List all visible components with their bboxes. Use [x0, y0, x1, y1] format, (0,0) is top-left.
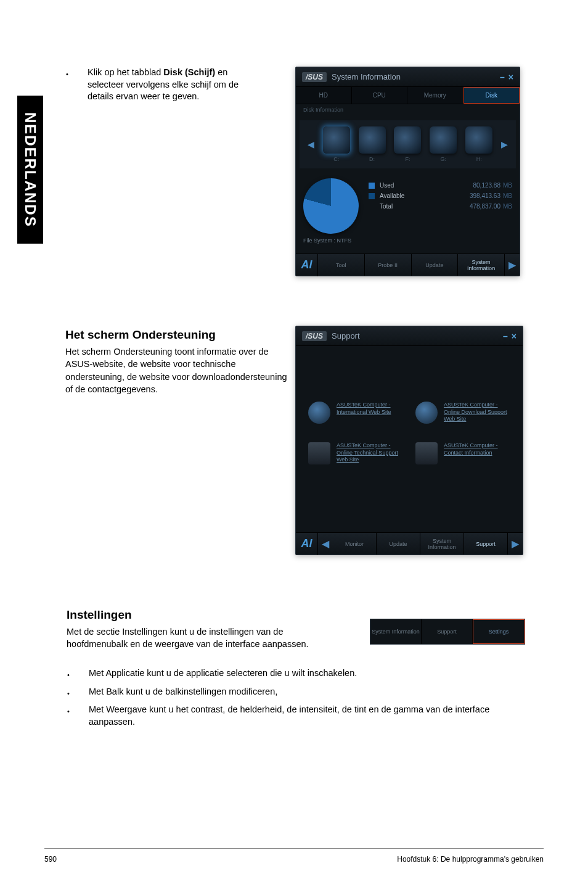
link-text: ASUSTeK Computer - Online Technical Supp… — [337, 442, 403, 464]
support-window: /SUS Support – × ASUSTeK Computer - Inte… — [295, 326, 523, 555]
tab-disk[interactable]: Disk — [463, 87, 520, 104]
disk-icon — [430, 126, 457, 154]
disk-icon — [323, 126, 350, 154]
footer-tab-support[interactable]: Support — [464, 533, 508, 555]
settings-tab-strip: System Information Support Settings — [370, 619, 525, 645]
unit: MB — [503, 192, 512, 199]
bullet-text: Klik op het tabblad Disk (Schijf) en sel… — [88, 67, 266, 103]
document-icon — [415, 442, 438, 464]
text-pre: Klik op het tabblad — [88, 67, 163, 77]
support-link-item[interactable]: ASUSTeK Computer - Contact Information — [415, 442, 510, 464]
bullet-dot: • — [67, 686, 70, 698]
total-value: 478,837.00 — [470, 203, 500, 210]
available-label: Available — [380, 192, 404, 199]
text-bold: Disk (Schijf) — [163, 67, 215, 77]
bullet-text: Met Balk kunt u de balkinstellingen modi… — [89, 686, 520, 698]
link-text: ASUSTeK Computer - International Web Sit… — [337, 402, 403, 416]
footer-tab-settings[interactable]: Settings — [473, 619, 525, 644]
drive-item[interactable]: G: — [430, 126, 457, 162]
tab-hd[interactable]: HD — [296, 87, 352, 104]
drive-item[interactable]: D: — [359, 126, 386, 162]
bullet-item: • Met Applicatie kunt u de applicatie se… — [67, 667, 523, 680]
available-value: 398,413.63 — [470, 192, 500, 199]
drive-label: D: — [359, 156, 386, 162]
disk-stats: Used 80,123.88MB Available 398,413.63MB … — [369, 178, 512, 244]
used-label: Used — [380, 182, 394, 189]
window-title: System Information — [332, 72, 401, 81]
support-links-grid: ASUSTeK Computer - International Web Sit… — [296, 377, 523, 489]
footer-tab-monitor[interactable]: Monitor — [333, 533, 377, 555]
chevron-right-icon[interactable]: ▶ — [508, 538, 523, 550]
footer-divider — [44, 848, 544, 849]
pie-container: File System : NTFS — [303, 178, 359, 244]
minimize-button[interactable]: – — [503, 331, 508, 341]
support-link-item[interactable]: ASUSTeK Computer - Online Download Suppo… — [415, 402, 510, 424]
drive-label: H: — [465, 156, 492, 162]
section-ondersteuning: Het scherm Ondersteuning Het scherm Onde… — [65, 328, 287, 395]
drive-item[interactable]: H: — [465, 126, 492, 162]
heading-ondersteuning: Het scherm Ondersteuning — [65, 328, 287, 342]
footer-tab-support[interactable]: Support — [422, 619, 473, 644]
info-tabs: HD CPU Memory Disk — [296, 87, 520, 104]
globe-icon — [308, 402, 330, 424]
chapter-info: Hoofdstuk 6: De hulpprogramma's gebruike… — [397, 855, 544, 864]
chevron-right-icon[interactable]: ▶ — [501, 139, 508, 149]
close-button[interactable]: × — [512, 331, 517, 341]
chevron-right-icon[interactable]: ▶ — [505, 259, 520, 271]
para-ondersteuning: Het scherm Ondersteuning toont informati… — [65, 345, 287, 395]
tab-cpu[interactable]: CPU — [352, 87, 408, 104]
support-body: ASUSTeK Computer - International Web Sit… — [296, 346, 523, 489]
bullet-dot: • — [65, 67, 69, 103]
unit: MB — [503, 203, 512, 210]
window-title: Support — [332, 331, 360, 340]
unit: MB — [503, 182, 512, 189]
window-footer: AI ◀ Monitor Update System Information S… — [296, 532, 523, 555]
used-value: 80,123.88 — [473, 182, 501, 189]
bullet-dot: • — [67, 667, 70, 680]
bullet-text: Met Weergave kunt u het contrast, de hel… — [89, 704, 520, 728]
disk-info-label: Disk Information — [296, 104, 520, 118]
footer-tab-sysinfo[interactable]: System Information — [420, 533, 464, 555]
legend-used-icon — [369, 183, 375, 189]
drive-item[interactable]: F: — [394, 126, 421, 162]
window-footer: AI Tool Probe II Update System Informati… — [296, 254, 520, 276]
drive-item[interactable]: C: — [323, 126, 350, 162]
chevron-left-icon[interactable]: ◀ — [308, 139, 314, 149]
footer-tab-update[interactable]: Update — [377, 533, 420, 555]
page-number: 590 — [44, 855, 57, 864]
footer-tab-tool[interactable]: Tool — [318, 254, 365, 276]
disk-icon — [465, 126, 492, 154]
chevron-left-icon[interactable]: ◀ — [318, 538, 333, 550]
document-icon — [308, 442, 330, 464]
link-text: ASUSTeK Computer - Online Download Suppo… — [444, 402, 510, 423]
para-instellingen: Met de sectie Instellingen kunt u de ins… — [67, 625, 344, 651]
footer-tab-sysinfo[interactable]: System Information — [370, 619, 422, 644]
drive-label: F: — [394, 156, 421, 162]
asus-logo: /SUS — [302, 331, 327, 341]
minimize-button[interactable]: – — [500, 72, 505, 82]
drive-label: G: — [430, 156, 457, 162]
asus-logo: /SUS — [302, 72, 327, 82]
pie-chart-icon — [303, 178, 359, 234]
footer-tab-probe[interactable]: Probe II — [365, 254, 412, 276]
stat-used: Used 80,123.88MB — [369, 182, 512, 189]
tab-memory[interactable]: Memory — [407, 87, 463, 104]
ai-logo-icon: AI — [296, 533, 318, 555]
disk-details: File System : NTFS Used 80,123.88MB Avai… — [296, 171, 520, 251]
support-link-item[interactable]: ASUSTeK Computer - International Web Sit… — [308, 402, 403, 424]
bullet-item: • Met Weergave kunt u het contrast, de h… — [67, 704, 523, 728]
globe-icon — [415, 402, 438, 424]
stat-total: Total 478,837.00MB — [369, 203, 512, 210]
bullet-item: • Met Balk kunt u de balkinstellingen mo… — [67, 686, 523, 698]
support-link-item[interactable]: ASUSTeK Computer - Online Technical Supp… — [308, 442, 403, 464]
drive-strip: ◀ C: D: F: G: H: ▶ — [300, 120, 516, 168]
close-button[interactable]: × — [508, 72, 513, 82]
disk-icon — [394, 126, 421, 154]
legend-available-icon — [369, 193, 375, 199]
window-titlebar: /SUS System Information – × — [296, 67, 520, 87]
drive-label: C: — [323, 156, 350, 162]
stat-available: Available 398,413.63MB — [369, 192, 512, 199]
footer-tab-sysinfo[interactable]: System Information — [458, 254, 505, 276]
footer-tab-update[interactable]: Update — [412, 254, 459, 276]
bullet-dot: • — [67, 704, 70, 728]
